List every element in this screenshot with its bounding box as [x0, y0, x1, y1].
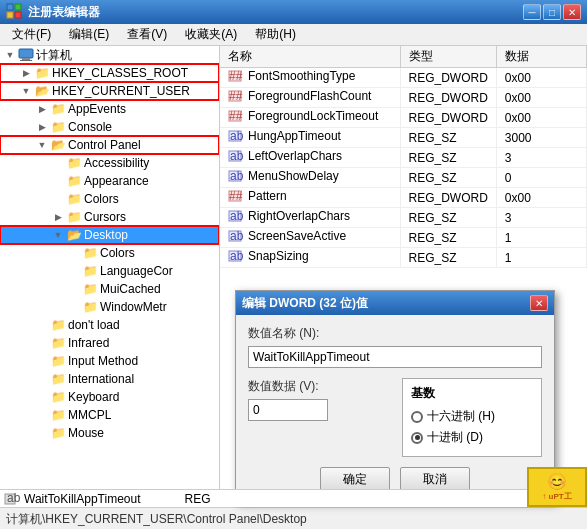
menu-view[interactable]: 查看(V) [119, 24, 175, 45]
tree-item-mmcpl[interactable]: 📁 MMCPL [0, 406, 219, 424]
registry-table: 名称 类型 数据 ## FontSmoothingTypeREG_DWORD0x… [220, 46, 587, 268]
tree-label-accessibility: Accessibility [84, 156, 149, 170]
radio-hex-label: 十六进制 (H) [427, 408, 495, 425]
radio-hex-circle[interactable] [411, 411, 423, 423]
tree-label-inputmethod: Input Method [68, 354, 138, 368]
col-type[interactable]: 类型 [400, 46, 496, 68]
close-button[interactable]: ✕ [563, 4, 581, 20]
table-row[interactable]: ab SnapSizingREG_SZ1 [220, 248, 587, 268]
table-row[interactable]: ## ForegroundFlashCountREG_DWORD0x00 [220, 88, 587, 108]
expand-icon-hkcr: ▶ [18, 65, 34, 81]
tree-item-appevents[interactable]: ▶ 📁 AppEvents [0, 100, 219, 118]
svg-text:ab: ab [230, 229, 244, 243]
tree-item-windowmetr[interactable]: 📁 WindowMetr [0, 298, 219, 316]
svg-text:ab: ab [230, 169, 244, 183]
tree-item-hkcr[interactable]: ▶ 📁 HKEY_CLASSES_ROOT [0, 64, 219, 82]
tree-label-colors: Colors [84, 192, 119, 206]
expand-icon-colors2 [66, 245, 82, 261]
tree-item-controlpanel[interactable]: ▼ 📂 Control Panel [0, 136, 219, 154]
window-controls: ─ □ ✕ [523, 4, 581, 20]
dialog-close-button[interactable]: ✕ [530, 295, 548, 311]
svg-rect-1 [15, 4, 21, 10]
tree-label-muicached: MuiCached [100, 282, 161, 296]
tree-item-console[interactable]: ▶ 📁 Console [0, 118, 219, 136]
table-row[interactable]: ab LeftOverlapCharsREG_SZ3 [220, 148, 587, 168]
table-row[interactable]: ab MenuShowDelayREG_SZ0 [220, 168, 587, 188]
app-title: 注册表编辑器 [28, 4, 517, 21]
folder-icon-languagecor: 📁 [82, 264, 98, 278]
tree-item-infrared[interactable]: 📁 Infrared [0, 334, 219, 352]
dialog-ok-button[interactable]: 确定 [320, 467, 390, 491]
app-icon [6, 3, 22, 22]
folder-icon-muicached: 📁 [82, 282, 98, 296]
expand-icon-appevents: ▶ [34, 101, 50, 117]
menu-edit[interactable]: 编辑(E) [61, 24, 117, 45]
folder-icon-keyboard: 📁 [50, 390, 66, 404]
entry-icon: ## ForegroundLockTimeout [228, 109, 378, 123]
tree-item-colors2[interactable]: 📁 Colors [0, 244, 219, 262]
tree-item-computer[interactable]: ▼ 计算机 [0, 46, 219, 64]
folder-icon-controlpanel: 📂 [50, 138, 66, 152]
menu-favorites[interactable]: 收藏夹(A) [177, 24, 245, 45]
table-row[interactable]: ab HungAppTimeoutREG_SZ3000 [220, 128, 587, 148]
table-row[interactable]: ## FontSmoothingTypeREG_DWORD0x00 [220, 68, 587, 88]
minimize-button[interactable]: ─ [523, 4, 541, 20]
menu-help[interactable]: 帮助(H) [247, 24, 304, 45]
folder-icon-international: 📁 [50, 372, 66, 386]
dialog-dword[interactable]: 编辑 DWORD (32 位)值 ✕ 数值名称 (N): 数值数据 (V): 基… [235, 290, 555, 502]
svg-text:ab: ab [230, 149, 244, 163]
tree-item-hkcu[interactable]: ▼ 📂 HKEY_CURRENT_USER [0, 82, 219, 100]
expand-icon-keyboard [34, 389, 50, 405]
dialog-cancel-button[interactable]: 取消 [400, 467, 470, 491]
folder-icon-console: 📁 [50, 120, 66, 134]
table-row[interactable]: ## PatternREG_DWORD0x00 [220, 188, 587, 208]
entry-icon: ab LeftOverlapChars [228, 149, 342, 163]
tree-label-console: Console [68, 120, 112, 134]
col-data[interactable]: 数据 [496, 46, 586, 68]
tree-item-appearance[interactable]: 📁 Appearance [0, 172, 219, 190]
tree-label-mmcpl: MMCPL [68, 408, 111, 422]
tree-item-mouse[interactable]: 📁 Mouse [0, 424, 219, 442]
tree-panel[interactable]: ▼ 计算机 ▶ 📁 HKEY_CLASSES_ROOT ▼ [0, 46, 220, 507]
table-row[interactable]: ab RightOverlapCharsREG_SZ3 [220, 208, 587, 228]
radio-dec-circle[interactable] [411, 432, 423, 444]
expand-icon-cursors: ▶ [50, 209, 66, 225]
menu-file[interactable]: 文件(F) [4, 24, 59, 45]
radio-hex[interactable]: 十六进制 (H) [411, 408, 533, 425]
watermark-text: ↑ uPT工 [542, 491, 571, 502]
cell-name: ab ScreenSaveActive [220, 228, 400, 248]
tree-label-desktop: Desktop [84, 228, 128, 242]
tree-label-mouse: Mouse [68, 426, 104, 440]
dialog-base-section: 基数 十六进制 (H) 十进制 (D) [402, 378, 542, 457]
bottom-entry-name: WaitToKillAppTimeout [24, 492, 140, 506]
tree-item-accessibility[interactable]: 📁 Accessibility [0, 154, 219, 172]
svg-rect-5 [22, 58, 30, 60]
tree-item-keyboard[interactable]: 📁 Keyboard [0, 388, 219, 406]
tree-label-languagecor: LanguageCor [100, 264, 173, 278]
table-row[interactable]: ## ForegroundLockTimeoutREG_DWORD0x00 [220, 108, 587, 128]
dialog-data-input[interactable] [248, 399, 328, 421]
tree-item-cursors[interactable]: ▶ 📁 Cursors [0, 208, 219, 226]
cell-data: 0x00 [496, 88, 586, 108]
cell-data: 0x00 [496, 188, 586, 208]
tree-item-desktop[interactable]: ▼ 📂 Desktop [0, 226, 219, 244]
cell-data: 0x00 [496, 68, 586, 88]
tree-item-colors[interactable]: 📁 Colors [0, 190, 219, 208]
tree-item-dontload[interactable]: 📁 don't load [0, 316, 219, 334]
tree-item-international[interactable]: 📁 International [0, 370, 219, 388]
tree-item-languagecor[interactable]: 📁 LanguageCor [0, 262, 219, 280]
maximize-button[interactable]: □ [543, 4, 561, 20]
bottom-entry: ab WaitToKillAppTimeout REG [4, 492, 211, 506]
radio-dec[interactable]: 十进制 (D) [411, 429, 533, 446]
cell-type: REG_DWORD [400, 108, 496, 128]
dialog-data-section: 数值数据 (V): [248, 378, 392, 431]
tree-item-muicached[interactable]: 📁 MuiCached [0, 280, 219, 298]
expand-icon-infrared [34, 335, 50, 351]
status-text: 计算机\HKEY_CURRENT_USER\Control Panel\Desk… [6, 512, 307, 526]
cell-type: REG_SZ [400, 208, 496, 228]
tree-item-inputmethod[interactable]: 📁 Input Method [0, 352, 219, 370]
table-row[interactable]: ab ScreenSaveActiveREG_SZ1 [220, 228, 587, 248]
dialog-name-input[interactable] [248, 346, 542, 368]
col-name[interactable]: 名称 [220, 46, 400, 68]
svg-rect-4 [19, 49, 33, 58]
